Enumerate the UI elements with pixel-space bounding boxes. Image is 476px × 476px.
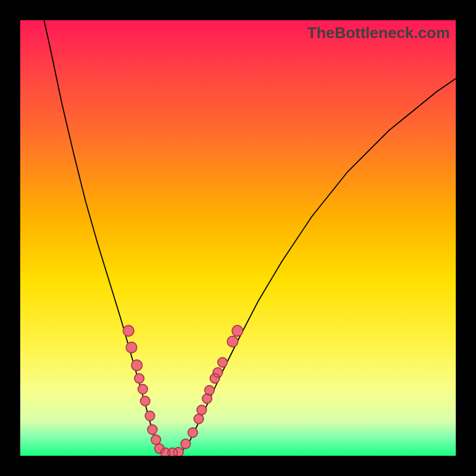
curve-path [44, 20, 456, 455]
dots-fill-layer [123, 325, 243, 456]
chart-frame: TheBottleneck.com [0, 0, 476, 476]
curve-layer [20, 20, 456, 456]
plot-area: TheBottleneck.com [20, 20, 456, 456]
